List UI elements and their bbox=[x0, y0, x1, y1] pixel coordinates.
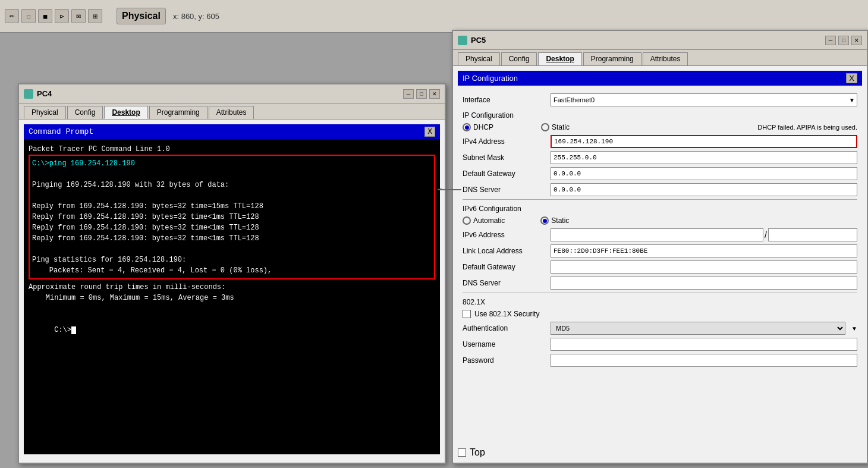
pc4-tab-attributes[interactable]: Attributes bbox=[209, 106, 254, 119]
cmd-line-14: Minimum = 0ms, Maximum = 15ms, Average =… bbox=[29, 293, 435, 303]
cmd-line-5 bbox=[32, 190, 432, 201]
top-bar: ✏ □ ◼ ⊳ ✉ ⊞ Physical x: 860, y: 605 bbox=[0, 0, 868, 33]
pc5-icon bbox=[458, 36, 467, 45]
pc5-close[interactable]: ✕ bbox=[851, 36, 862, 45]
ipv6-auto-radio[interactable] bbox=[463, 216, 471, 225]
cmd-line-15 bbox=[29, 303, 435, 314]
ipv4-label: IPv4 Address bbox=[463, 137, 546, 146]
ipv6-gateway-input[interactable] bbox=[551, 260, 857, 274]
toolbar-btn-2[interactable]: □ bbox=[21, 9, 36, 23]
pc5-minimize[interactable]: ─ bbox=[825, 36, 836, 45]
pc4-titlebar: PC4 ─ □ ✕ bbox=[19, 84, 445, 103]
dhcp-static-row: DHCP Static DHCP failed. APIPA is being … bbox=[463, 123, 857, 131]
pc4-tab-physical[interactable]: Physical bbox=[24, 106, 66, 119]
pc4-maximize[interactable]: □ bbox=[416, 89, 427, 99]
pc5-tab-programming[interactable]: Programming bbox=[583, 52, 641, 65]
ipv6-static-radio-item[interactable]: Static bbox=[540, 216, 569, 225]
password-row: Password bbox=[463, 354, 857, 367]
ipv6-auto-label: Automatic bbox=[473, 216, 505, 225]
ipv6-addr-input[interactable] bbox=[551, 228, 763, 241]
pc5-bottom-bar: Top bbox=[458, 447, 485, 458]
pc5-tab-attributes[interactable]: Attributes bbox=[643, 52, 688, 65]
username-row: Username bbox=[463, 338, 857, 351]
cmd-line-9: Reply from 169.254.128.190: bytes=32 tim… bbox=[32, 233, 432, 244]
gateway-row: Default Gateway bbox=[463, 167, 857, 180]
auth-select-arrow: ▼ bbox=[851, 325, 857, 332]
cmd-cursor bbox=[71, 326, 76, 334]
pc4-tab-desktop[interactable]: Desktop bbox=[104, 106, 147, 119]
use-dot1x-row: Use 802.1X Security bbox=[463, 310, 857, 318]
dot1x-section-title: 802.1X bbox=[463, 298, 857, 306]
static-label: Static bbox=[552, 123, 570, 131]
ipv6-dns-input[interactable] bbox=[551, 277, 857, 290]
cmd-line-8: Reply from 169.254.128.190: bytes=32 tim… bbox=[32, 222, 432, 233]
dhcp-status-text: DHCP failed. APIPA is being used. bbox=[757, 124, 857, 131]
auth-label: Authentication bbox=[463, 324, 546, 332]
pc5-maximize[interactable]: □ bbox=[838, 36, 849, 45]
pc4-tab-bar: Physical Config Desktop Programming Attr… bbox=[19, 103, 445, 120]
coordinates: x: 860, y: 605 bbox=[173, 12, 219, 21]
ipv6-auto-radio-item[interactable]: Automatic bbox=[463, 216, 505, 225]
ip-config-close[interactable]: X bbox=[846, 73, 857, 83]
ipv6-addr-inputs: / bbox=[551, 228, 857, 241]
ipv6-slash-divider: / bbox=[765, 230, 767, 240]
toolbar-btn-5[interactable]: ✉ bbox=[71, 9, 86, 23]
cmd-line-10 bbox=[32, 244, 432, 255]
dns-input[interactable] bbox=[551, 183, 857, 196]
static-radio-item[interactable]: Static bbox=[541, 123, 570, 131]
pc4-tab-config[interactable]: Config bbox=[67, 106, 103, 119]
dot1x-checkbox[interactable] bbox=[463, 310, 471, 318]
pc5-tab-bar: Physical Config Desktop Programming Attr… bbox=[453, 50, 867, 66]
pc4-tab-programming[interactable]: Programming bbox=[149, 106, 207, 119]
interface-select[interactable]: FastEthernet0 bbox=[551, 93, 857, 106]
pc4-close[interactable]: ✕ bbox=[429, 89, 440, 99]
pc4-window: PC4 ─ □ ✕ Physical Config Desktop Progra… bbox=[18, 83, 446, 464]
pc4-icon bbox=[24, 89, 33, 99]
pc5-title-text: PC5 bbox=[471, 36, 486, 45]
toolbar-btn-3[interactable]: ◼ bbox=[38, 9, 52, 23]
cmd-prompt-input: C:\> bbox=[29, 314, 435, 346]
connector-line bbox=[438, 189, 461, 190]
pc5-tab-desktop[interactable]: Desktop bbox=[538, 52, 581, 65]
dhcp-radio-item[interactable]: DHCP bbox=[463, 123, 493, 131]
gateway-label: Default Gateway bbox=[463, 169, 546, 178]
auth-row: Authentication MD5 ▼ bbox=[463, 322, 857, 335]
cmd-prompt-body[interactable]: Packet Tracer PC Command Line 1.0 C:\>pi… bbox=[24, 139, 440, 454]
password-label: Password bbox=[463, 356, 546, 365]
cmd-line-2: C:\>ping 169.254.128.190 bbox=[32, 158, 432, 169]
auth-select[interactable]: MD5 bbox=[551, 322, 845, 335]
username-input[interactable] bbox=[551, 338, 857, 351]
link-local-input[interactable] bbox=[551, 244, 857, 257]
static-radio[interactable] bbox=[541, 123, 549, 131]
pc5-tab-physical[interactable]: Physical bbox=[458, 52, 500, 65]
password-input[interactable] bbox=[551, 354, 857, 367]
pc5-window: PC5 ─ □ ✕ Physical Config Desktop Progra… bbox=[452, 30, 868, 464]
username-label: Username bbox=[463, 340, 546, 348]
subnet-input[interactable] bbox=[551, 151, 857, 164]
cmd-line-7: Reply from 169.254.128.190: bytes=32 tim… bbox=[32, 212, 432, 222]
dhcp-radio[interactable] bbox=[463, 123, 471, 131]
pc4-window-controls: ─ □ ✕ bbox=[403, 89, 440, 99]
cmd-line-13: Approximate round trip times in milli-se… bbox=[29, 282, 435, 293]
ipv6-prefix-input[interactable] bbox=[768, 228, 857, 241]
toolbar-btn-6[interactable]: ⊞ bbox=[88, 9, 102, 23]
ipv4-input[interactable] bbox=[551, 135, 857, 148]
pc5-window-controls: ─ □ ✕ bbox=[825, 36, 862, 45]
pc5-tab-config[interactable]: Config bbox=[501, 52, 537, 65]
link-local-label: Link Local Address bbox=[463, 247, 546, 255]
pc4-minimize[interactable]: ─ bbox=[403, 89, 414, 99]
top-checkbox[interactable] bbox=[458, 448, 466, 457]
cmd-line-4: Pinging 169.254.128.190 with 32 bytes of… bbox=[32, 180, 432, 190]
interface-row: Interface FastEthernet0 ▼ bbox=[463, 93, 857, 106]
ip-config-header: IP Configuration X bbox=[458, 71, 862, 86]
ipv6-static-radio[interactable] bbox=[540, 216, 549, 225]
gateway-input[interactable] bbox=[551, 167, 857, 180]
cmd-line-1: Packet Tracer PC Command Line 1.0 bbox=[29, 144, 435, 155]
toolbar-btn-4[interactable]: ⊳ bbox=[55, 9, 69, 23]
interface-select-wrapper: FastEthernet0 ▼ bbox=[551, 93, 857, 106]
dot1x-label: Use 802.1X Security bbox=[474, 310, 539, 318]
mode-label[interactable]: Physical bbox=[117, 8, 166, 24]
toolbar-btn-1[interactable]: ✏ bbox=[5, 9, 19, 23]
cmd-prompt-close[interactable]: X bbox=[424, 127, 435, 137]
pc4-title-text: PC4 bbox=[37, 89, 52, 98]
